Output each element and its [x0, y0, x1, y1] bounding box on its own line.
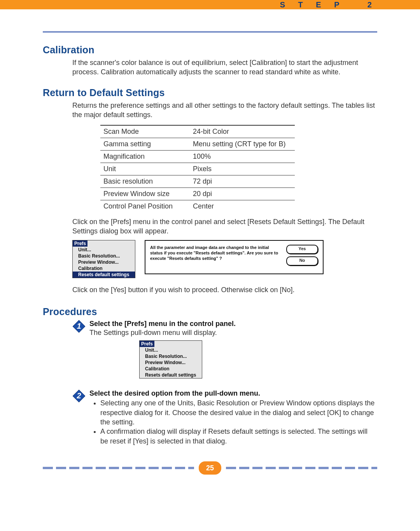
yes-button[interactable]: Yes	[286, 245, 318, 254]
menu-item[interactable]: Unit...	[140, 347, 202, 353]
setting-name: Basic resolution	[100, 175, 190, 188]
table-row: Gamma settingMenu setting (CRT type for …	[100, 138, 295, 151]
footer-dash	[109, 467, 119, 469]
svg-text:2: 2	[76, 391, 81, 400]
footer-dash	[332, 467, 342, 469]
footer-dash	[358, 467, 368, 469]
footer-dash	[122, 467, 132, 469]
header-bar: S T E P 2	[0, 0, 420, 9]
setting-name: Magnification	[100, 151, 190, 163]
setting-value: 20 dpi	[190, 188, 295, 200]
no-button[interactable]: No	[286, 256, 318, 266]
bullet-item: Selecting any one of the Units, Basic Re…	[100, 398, 377, 427]
footer-dash	[226, 467, 236, 469]
footer-dash	[188, 467, 194, 469]
footer-dash	[43, 467, 53, 469]
menu-item[interactable]: Preview Window...	[73, 259, 135, 265]
step-heading: Select the [Prefs] menu in the control p…	[89, 320, 377, 328]
setting-name: Preview Window size	[100, 188, 190, 200]
setting-value: Center	[190, 200, 295, 213]
bullet-item: A confirmation dialog will display if Re…	[100, 427, 377, 446]
table-row: Basic resolution72 dpi	[100, 175, 295, 188]
setting-value: 24-bit Color	[190, 125, 295, 138]
page-footer: 25	[43, 463, 377, 473]
defaults-table: Scan Mode24-bit ColorGamma settingMenu s…	[100, 125, 295, 212]
procedure-step: 1Select the [Prefs] menu in the control …	[72, 320, 377, 379]
table-row: UnitPixels	[100, 163, 295, 175]
menu-item[interactable]: Calibration	[140, 366, 202, 372]
menu-item[interactable]: Resets default settings	[140, 372, 202, 378]
table-row: Preview Window size20 dpi	[100, 188, 295, 200]
page-number: 25	[199, 461, 221, 475]
defaults-after-dialog: Click on the [Yes] button if you wish to…	[72, 285, 377, 294]
section-title-calibration: Calibration	[43, 44, 377, 56]
menu-item[interactable]: Basic Resolution...	[140, 353, 202, 359]
footer-dash	[318, 467, 329, 469]
footer-dash	[239, 467, 249, 469]
footer-dash	[135, 467, 145, 469]
setting-value: 72 dpi	[190, 175, 295, 188]
step-number-icon: 1	[72, 320, 86, 333]
footer-dash	[371, 467, 377, 469]
setting-name: Scan Mode	[100, 125, 190, 138]
footer-dash	[69, 467, 79, 469]
footer-dash	[149, 467, 159, 469]
table-row: Magnification100%	[100, 151, 295, 163]
step-label: S T E P 2	[280, 0, 377, 9]
footer-dash	[345, 467, 355, 469]
step-heading: Select the desired option from the pull-…	[89, 389, 377, 398]
step-number-icon: 2	[72, 389, 86, 403]
footer-dash	[252, 467, 262, 469]
menu-item[interactable]: Unit...	[73, 247, 135, 253]
menu-titlebar: Prefs	[73, 240, 88, 247]
footer-dash	[96, 467, 106, 469]
calibration-text: If the scanner's color balance is out of…	[72, 58, 377, 77]
defaults-intro: Returns the preference settings and all …	[72, 101, 377, 120]
menu-item[interactable]: Resets default settings	[73, 272, 135, 278]
menu-item[interactable]: Basic Resolution...	[73, 253, 135, 259]
procedure-step: 2Select the desired option from the pull…	[72, 389, 377, 445]
table-row: Scan Mode24-bit Color	[100, 125, 295, 138]
footer-dash	[266, 467, 276, 469]
setting-name: Gamma setting	[100, 138, 190, 151]
section-title-procedures: Procedures	[43, 306, 377, 317]
svg-text:1: 1	[77, 322, 81, 330]
menu-item[interactable]: Calibration	[73, 265, 135, 272]
menu-item[interactable]: Preview Window...	[140, 359, 202, 366]
menu-titlebar: Prefs	[140, 341, 154, 347]
divider	[43, 31, 377, 33]
footer-dash	[175, 467, 185, 469]
step-body: The Settings pull-down menu will display…	[89, 328, 377, 337]
setting-value: Menu setting (CRT type for B)	[190, 138, 295, 151]
footer-dash	[162, 467, 172, 469]
prefs-menu[interactable]: Prefs Unit...Basic Resolution...Preview …	[72, 240, 135, 278]
prefs-menu[interactable]: PrefsUnit...Basic Resolution...Preview W…	[139, 340, 202, 379]
footer-dash	[292, 467, 302, 469]
confirm-dialog: All the parameter and image data are cha…	[145, 240, 324, 274]
footer-dash	[56, 467, 66, 469]
step-bullets: Selecting any one of the Units, Basic Re…	[89, 398, 377, 445]
setting-value: Pixels	[190, 163, 295, 175]
footer-dash	[305, 467, 315, 469]
footer-dash	[279, 467, 289, 469]
dialog-message: All the parameter and image data are cha…	[150, 245, 282, 266]
table-row: Control Panel PositionCenter	[100, 200, 295, 213]
footer-dash	[82, 467, 93, 469]
setting-name: Unit	[100, 163, 190, 175]
setting-name: Control Panel Position	[100, 200, 190, 213]
setting-value: 100%	[190, 151, 295, 163]
defaults-after-table: Click on the [Prefs] menu in the control…	[72, 217, 377, 236]
section-title-defaults: Return to Default Settings	[43, 87, 377, 98]
